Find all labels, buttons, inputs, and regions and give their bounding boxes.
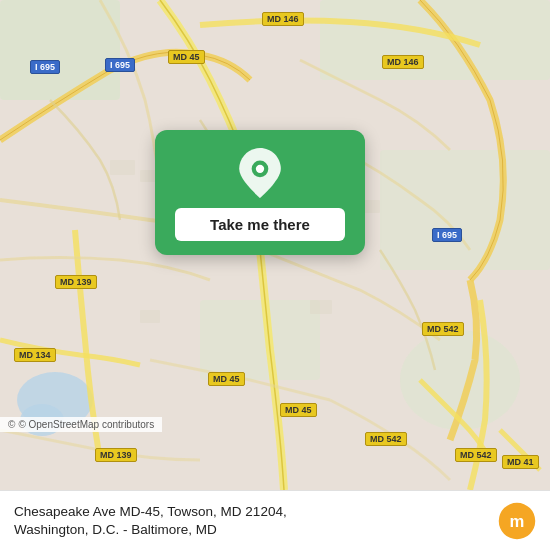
badge-I695-right: I 695 <box>432 228 462 242</box>
svg-rect-15 <box>310 300 332 314</box>
badge-MD542-lower: MD 542 <box>365 432 407 446</box>
svg-point-17 <box>256 165 264 173</box>
badge-MD134: MD 134 <box>14 348 56 362</box>
svg-text:m: m <box>510 512 525 531</box>
moovit-logo: m <box>498 502 536 540</box>
attribution-bar: © © OpenStreetMap contributors <box>0 417 162 432</box>
badge-MD542-upper: MD 542 <box>422 322 464 336</box>
bottom-bar: Chesapeake Ave MD-45, Towson, MD 21204, … <box>0 490 550 550</box>
take-me-there-button[interactable]: Take me there <box>175 208 345 241</box>
svg-rect-8 <box>110 160 135 175</box>
address-line1: Chesapeake Ave MD-45, Towson, MD 21204, <box>14 503 498 521</box>
svg-rect-14 <box>140 310 160 323</box>
badge-MD542-br: MD 542 <box>455 448 497 462</box>
badge-MD45-upper: MD 45 <box>168 50 205 64</box>
attribution-text: © OpenStreetMap contributors <box>18 419 154 430</box>
badge-MD139-bottom: MD 139 <box>95 448 137 462</box>
copyright-icon: © <box>8 419 15 430</box>
location-pin-icon <box>235 148 285 198</box>
badge-MD45-lower: MD 45 <box>208 372 245 386</box>
svg-rect-3 <box>0 0 120 100</box>
badge-MD41: MD 41 <box>502 455 539 469</box>
location-card: Take me there <box>155 130 365 255</box>
badge-MD139-left: MD 139 <box>55 275 97 289</box>
svg-rect-7 <box>200 300 320 380</box>
badge-I695-nw: I 695 <box>30 60 60 74</box>
map-container: I 695 I 695 MD 45 MD 146 MD 146 MD 139 I… <box>0 0 550 490</box>
badge-MD45-bottom2: MD 45 <box>280 403 317 417</box>
badge-MD146-left: MD 146 <box>262 12 304 26</box>
badge-MD146-right: MD 146 <box>382 55 424 69</box>
svg-rect-5 <box>380 150 550 270</box>
moovit-logo-icon: m <box>498 502 536 540</box>
badge-I695-center: I 695 <box>105 58 135 72</box>
address-text: Chesapeake Ave MD-45, Towson, MD 21204, … <box>14 503 498 538</box>
address-line2: Washington, D.C. - Baltimore, MD <box>14 521 498 539</box>
